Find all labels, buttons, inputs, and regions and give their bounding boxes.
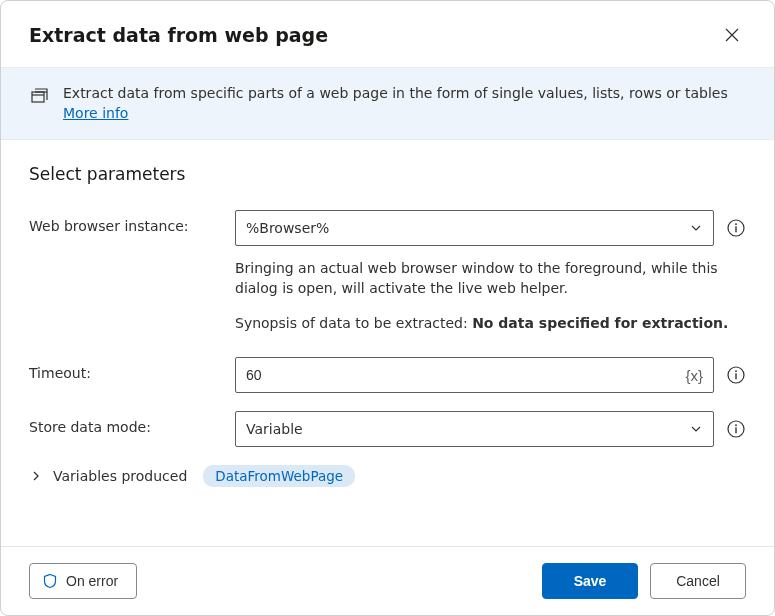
dialog-content: Select parameters Web browser instance: … (1, 140, 774, 546)
chevron-down-icon (689, 422, 703, 436)
row-browser-instance: Web browser instance: %Browser% (29, 210, 746, 246)
input-timeout[interactable] (246, 367, 677, 383)
svg-point-10 (735, 424, 737, 426)
dialog-header: Extract data from web page (1, 1, 774, 67)
dialog: Extract data from web page Extract data … (0, 0, 775, 616)
info-icon-timeout[interactable] (726, 365, 746, 385)
section-title: Select parameters (29, 164, 746, 184)
synopsis-value: No data specified for extraction. (472, 315, 728, 331)
synopsis-line: Synopsis of data to be extracted: No dat… (235, 313, 746, 333)
browser-helper-text: Bringing an actual web browser window to… (235, 258, 746, 299)
variables-produced-label: Variables produced (53, 468, 187, 484)
select-store-mode-value: Variable (246, 421, 303, 437)
info-icon-browser[interactable] (726, 218, 746, 238)
row-timeout: Timeout: {x} (29, 357, 746, 393)
variables-produced-toggle[interactable]: Variables produced (29, 468, 187, 484)
svg-rect-5 (735, 226, 736, 232)
row-store-mode: Store data mode: Variable (29, 411, 746, 447)
dialog-title: Extract data from web page (29, 24, 328, 46)
on-error-label: On error (66, 573, 118, 589)
footer-actions: Save Cancel (542, 563, 746, 599)
info-icon-store-mode[interactable] (726, 419, 746, 439)
svg-point-7 (735, 370, 737, 372)
input-timeout-wrapper[interactable]: {x} (235, 357, 714, 393)
banner-description: Extract data from specific parts of a we… (63, 85, 728, 101)
label-browser-instance: Web browser instance: (29, 210, 235, 234)
svg-rect-8 (735, 373, 736, 379)
svg-point-4 (735, 223, 737, 225)
chevron-down-icon (689, 221, 703, 235)
row-variables-produced: Variables produced DataFromWebPage (29, 465, 746, 487)
banner-text: Extract data from specific parts of a we… (63, 84, 728, 123)
label-timeout: Timeout: (29, 357, 235, 381)
synopsis-prefix: Synopsis of data to be extracted: (235, 315, 472, 331)
svg-rect-0 (32, 92, 44, 102)
cancel-button[interactable]: Cancel (650, 563, 746, 599)
svg-rect-11 (735, 427, 736, 433)
select-browser-value: %Browser% (246, 220, 329, 236)
browser-helper: Bringing an actual web browser window to… (235, 258, 746, 333)
close-button[interactable] (718, 21, 746, 49)
select-store-mode[interactable]: Variable (235, 411, 714, 447)
shield-icon (42, 573, 58, 589)
info-banner: Extract data from specific parts of a we… (1, 67, 774, 140)
chevron-right-icon (29, 469, 43, 483)
save-button[interactable]: Save (542, 563, 638, 599)
variable-token-icon[interactable]: {x} (685, 367, 703, 384)
dialog-footer: On error Save Cancel (1, 546, 774, 615)
close-icon (725, 28, 739, 42)
window-stack-icon (29, 86, 49, 106)
on-error-button[interactable]: On error (29, 563, 137, 599)
select-browser-instance[interactable]: %Browser% (235, 210, 714, 246)
more-info-link[interactable]: More info (63, 105, 128, 121)
label-store-mode: Store data mode: (29, 411, 235, 435)
variable-chip[interactable]: DataFromWebPage (203, 465, 355, 487)
